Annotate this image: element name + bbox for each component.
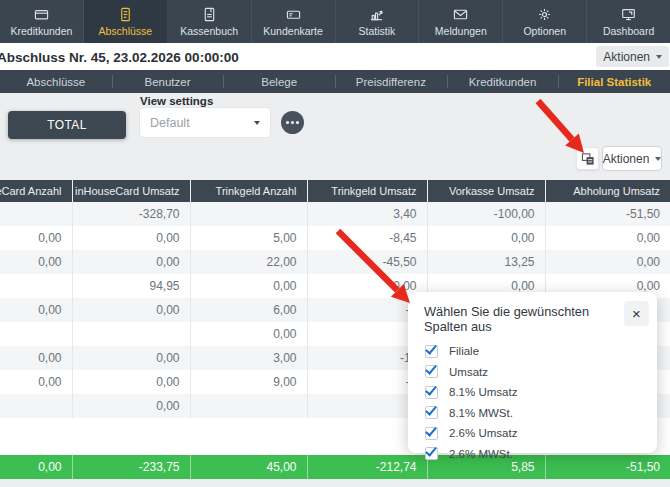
total-cell: 0,00 [0, 455, 72, 479]
view-settings-label: View settings [140, 95, 213, 107]
chevron-down-icon [656, 55, 662, 59]
tab-preisdifferenz[interactable]: Preisdifferenz [335, 70, 447, 93]
popup-close-button[interactable]: × [624, 301, 649, 326]
header-actions-button[interactable]: Aktionen [596, 46, 669, 67]
table-cell: 0,00 [427, 226, 545, 250]
column-option-label: Filiale [449, 345, 479, 357]
column-option-2-6-umsatz[interactable]: 2.6% Umsatz [425, 423, 657, 444]
table-cell [0, 202, 72, 226]
table-actions-button[interactable]: Aktionen [602, 146, 662, 171]
ellipsis-icon [291, 121, 294, 124]
column-option-label: 8.1% MWSt. [449, 407, 513, 419]
column-header[interactable]: Vorkasse Umsatz [427, 180, 545, 202]
table-cell [0, 394, 72, 418]
column-option-umsatz[interactable]: Umsatz [425, 362, 657, 383]
tab-belege[interactable]: Belege [223, 70, 335, 93]
customer-card-icon [286, 7, 301, 22]
checkbox[interactable] [425, 386, 438, 399]
nav-item-label: Kreditkunden [10, 25, 72, 37]
envelope-icon [453, 7, 468, 22]
nav-item-optionen[interactable]: Optionen [503, 0, 587, 43]
monitor-icon [621, 7, 636, 22]
checkmark-icon [425, 404, 437, 416]
column-option-filiale[interactable]: Filiale [425, 341, 657, 362]
checkbox[interactable] [425, 406, 438, 419]
column-chooser-button[interactable] [576, 147, 599, 170]
page-title: Abschluss Nr. 45, 23.02.2026 00:00:00 [0, 49, 239, 64]
column-option-8-1-umsatz[interactable]: 8.1% Umsatz [425, 382, 657, 403]
column-header[interactable]: Abholung Umsatz [545, 180, 670, 202]
header-actions-label: Aktionen [603, 50, 650, 64]
table-cell: 0,00 [72, 298, 190, 322]
table-cell: -8,45 [307, 226, 427, 250]
tab-label: Belege [261, 76, 297, 88]
column-header[interactable]: inHouseCard Umsatz [72, 180, 190, 202]
table-row[interactable]: 0,000,005,00-8,450,000,00 [0, 226, 670, 250]
nav-item-meldungen[interactable]: Meldungen [419, 0, 503, 43]
table-cell: 0,00 [190, 322, 307, 346]
tab-benutzer[interactable]: Benutzer [112, 70, 224, 93]
table-row[interactable]: 0,000,0022,00-45,5013,250,00 [0, 250, 670, 274]
table-header: inHouseCard AnzahlinHouseCard UmsatzTrin… [0, 180, 670, 202]
view-settings-select[interactable]: Default [140, 108, 270, 137]
tab-label: Kreditkunden [469, 76, 537, 88]
chevron-down-icon [254, 121, 260, 125]
more-options-button[interactable] [281, 111, 304, 134]
credit-card-icon [34, 7, 49, 22]
chevron-down-icon [655, 157, 661, 161]
table-cell: 94,95 [72, 274, 190, 298]
table-row[interactable]: -328,703,40-100,00-51,50 [0, 202, 670, 226]
close-icon: × [632, 305, 641, 322]
nav-item-kundenkarte[interactable]: Kundenkarte [252, 0, 336, 43]
checkbox[interactable] [425, 345, 438, 358]
tab-kreditkunden[interactable]: Kreditkunden [447, 70, 559, 93]
nav-item-statistik[interactable]: Statistik [336, 0, 420, 43]
table-cell: 0,00 [0, 370, 72, 394]
checkmark-icon [425, 445, 437, 457]
nav-item-kassenbuch[interactable]: Kassenbuch [168, 0, 252, 43]
table-cell: 0,00 [72, 226, 190, 250]
column-header[interactable]: Trinkgeld Anzahl [190, 180, 307, 202]
nav-item-kreditkunden[interactable]: Kreditkunden [0, 0, 84, 43]
checkbox[interactable] [425, 447, 438, 460]
checkbox[interactable] [425, 365, 438, 378]
table-actions-label: Aktionen [603, 152, 650, 166]
total-cell: -233,75 [72, 455, 190, 479]
table-cell: 0,00 [72, 370, 190, 394]
column-option-2-6-mwst[interactable]: 2.6% MWSt. [425, 444, 657, 465]
column-header[interactable]: inHouseCard Anzahl [0, 180, 72, 202]
tab-abschl-sse[interactable]: Abschlüsse [0, 70, 112, 93]
checkmark-icon [425, 342, 437, 354]
checkmark-icon [425, 424, 437, 436]
nav-item-label: Abschlüsse [98, 25, 152, 37]
checkbox[interactable] [425, 427, 438, 440]
total-button[interactable]: TOTAL [8, 111, 126, 139]
table-cell [0, 322, 72, 346]
tab-label: Abschlüsse [26, 76, 85, 88]
popup-title: Wählen Sie die gewünschten Spalten aus [424, 301, 624, 334]
table-cell: 0,00 [72, 346, 190, 370]
table-cell: 6,00 [190, 298, 307, 322]
tab-label: Benutzer [144, 76, 190, 88]
table-cell: 0,00 [545, 250, 670, 274]
column-option-8-1-mwst[interactable]: 8.1% MWSt. [425, 403, 657, 424]
table-cell: 0,00 [0, 250, 72, 274]
tab-label: Filial Statistik [577, 76, 651, 88]
annotation-arrow-1 [538, 101, 584, 153]
table-cell: 13,25 [427, 250, 545, 274]
nav-item-abschl-sse[interactable]: Abschlüsse [84, 0, 168, 43]
table-cell: 0,00 [72, 250, 190, 274]
table-cell: 9,00 [190, 370, 307, 394]
nav-item-label: Kassenbuch [180, 25, 238, 37]
table-cell: 0,00 [0, 298, 72, 322]
table-cell: 0,00 [190, 274, 307, 298]
column-option-label: 8.1% Umsatz [449, 386, 517, 398]
nav-item-label: Statistik [359, 25, 396, 37]
table-cell: 22,00 [190, 250, 307, 274]
column-header[interactable]: Trinkgeld Umsatz [307, 180, 427, 202]
view-settings-value: Default [150, 116, 190, 130]
nav-item-dashboard[interactable]: Dashboard [587, 0, 670, 43]
tab-filial-statistik[interactable]: Filial Statistik [558, 70, 670, 93]
table-cell: -51,50 [545, 202, 670, 226]
table-cell: 0,00 [0, 226, 72, 250]
